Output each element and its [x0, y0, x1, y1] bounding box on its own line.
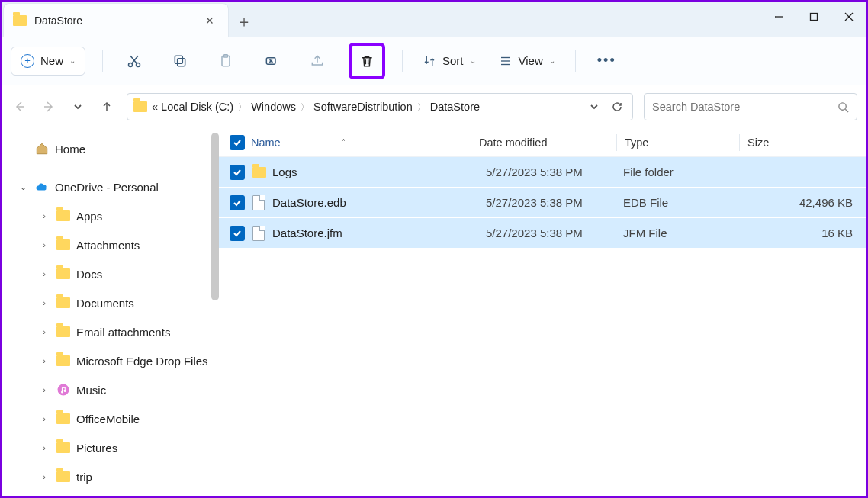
sidebar-label: Apps [76, 210, 102, 223]
more-button[interactable]: ••• [593, 53, 621, 69]
column-size[interactable]: Size [747, 137, 866, 149]
folder-icon [56, 210, 70, 221]
delete-button[interactable] [352, 47, 381, 76]
copy-button[interactable] [166, 47, 194, 76]
recent-button[interactable] [69, 98, 87, 116]
forward-button[interactable] [40, 98, 58, 116]
svg-line-18 [845, 109, 848, 112]
column-name[interactable]: Name˄ [251, 137, 471, 149]
minimize-button[interactable] [761, 2, 796, 32]
sidebar-label: Docs [76, 268, 102, 281]
search-icon [837, 101, 849, 113]
chevron-right-icon[interactable]: › [38, 240, 50, 249]
sidebar-label: trip [76, 471, 92, 484]
select-all-checkbox[interactable] [230, 135, 245, 150]
sidebar-item[interactable]: ›Pictures [2, 433, 219, 462]
file-name: DataStore.jfm [272, 227, 486, 239]
sidebar-item[interactable]: ›Documents [2, 288, 219, 317]
folder-icon [252, 167, 266, 178]
body: Home ⌄ OneDrive - Personal ›Apps›Attachm… [2, 128, 866, 496]
chevron-right-icon[interactable]: › [38, 385, 50, 394]
refresh-button[interactable] [608, 98, 626, 116]
tab-datastore[interactable]: DataStore ✕ [3, 3, 229, 37]
file-row[interactable]: DataStore.edb5/27/2023 5:38 PMEDB File42… [219, 188, 866, 218]
cut-button[interactable] [120, 47, 149, 76]
sidebar-label: Home [55, 143, 85, 156]
sidebar-item-onedrive[interactable]: ⌄ OneDrive - Personal [2, 172, 219, 201]
breadcrumbs: « Local Disk (C:) 〉 Windows 〉 SoftwareDi… [152, 101, 580, 113]
row-checkbox[interactable] [230, 226, 245, 241]
address-dropdown[interactable] [585, 98, 603, 116]
chevron-right-icon[interactable]: › [38, 269, 50, 278]
chevron-right-icon[interactable]: › [38, 443, 50, 452]
scrollbar[interactable] [211, 133, 219, 300]
search-input[interactable] [652, 101, 831, 113]
close-tab-button[interactable]: ✕ [201, 11, 219, 30]
toolbar: + New ⌄ A Sort ⌄ View ⌄ ••• [2, 37, 866, 85]
file-size: 16 KB [738, 227, 866, 239]
file-pane: Name˄ Date modified Type Size Logs5/27/2… [219, 128, 866, 496]
divider [102, 50, 103, 72]
chevron-down-icon: ⌄ [549, 56, 555, 65]
cloud-icon [35, 180, 49, 194]
breadcrumb-item[interactable]: Local Disk (C:) [161, 101, 233, 113]
row-checkbox[interactable] [230, 165, 245, 180]
breadcrumb-item[interactable]: Windows [251, 101, 296, 113]
file-date: 5/27/2023 5:38 PM [486, 227, 623, 239]
chevron-right-icon[interactable]: › [38, 211, 50, 220]
nav-sidebar[interactable]: Home ⌄ OneDrive - Personal ›Apps›Attachm… [2, 128, 219, 496]
chevron-right-icon[interactable]: › [38, 414, 50, 423]
breadcrumb-item[interactable]: DataStore [430, 101, 480, 113]
breadcrumb-item[interactable]: SoftwareDistribution [313, 101, 413, 113]
tab-title: DataStore [34, 14, 193, 27]
sidebar-item[interactable]: ›Attachments [2, 230, 219, 259]
new-label: New [40, 54, 63, 67]
sidebar-item[interactable]: ›OfficeMobile [2, 404, 219, 433]
sidebar-item[interactable]: ›Music [2, 375, 219, 404]
share-button[interactable] [303, 47, 332, 76]
sort-button[interactable]: Sort ⌄ [420, 54, 479, 68]
file-date: 5/27/2023 5:38 PM [486, 196, 623, 209]
delete-highlight [349, 43, 385, 79]
file-row[interactable]: DataStore.jfm5/27/2023 5:38 PMJFM File16… [219, 218, 866, 249]
row-checkbox[interactable] [230, 195, 245, 210]
close-window-button[interactable] [831, 2, 866, 32]
back-button[interactable] [11, 98, 29, 116]
up-button[interactable] [98, 98, 116, 116]
svg-rect-1 [811, 14, 818, 21]
sidebar-item-home[interactable]: Home [2, 134, 219, 163]
sidebar-item[interactable]: ›trip [2, 462, 219, 491]
chevron-right-icon[interactable]: › [38, 472, 50, 481]
file-row[interactable]: Logs5/27/2023 5:38 PMFile folder [219, 157, 866, 188]
file-type: JFM File [623, 227, 738, 239]
sort-indicator-icon: ˄ [342, 138, 346, 146]
view-button[interactable]: View ⌄ [496, 54, 558, 68]
column-headers: Name˄ Date modified Type Size [219, 128, 866, 157]
paste-button[interactable] [211, 47, 240, 76]
column-type[interactable]: Type [625, 137, 739, 149]
chevron-down-icon[interactable]: ⌄ [17, 182, 29, 192]
breadcrumb-overflow[interactable]: « [152, 101, 158, 113]
maximize-button[interactable] [796, 2, 831, 32]
sidebar-item[interactable]: ›Docs [2, 259, 219, 288]
sidebar-item[interactable]: ›Microsoft Edge Drop Files [2, 346, 219, 375]
folder-icon [56, 413, 70, 424]
chevron-right-icon[interactable]: › [38, 356, 50, 365]
sort-icon [423, 54, 436, 68]
new-tab-button[interactable]: ＋ [229, 6, 259, 37]
sidebar-label: OfficeMobile [76, 413, 140, 426]
folder-icon [56, 355, 70, 366]
address-bar[interactable]: « Local Disk (C:) 〉 Windows 〉 SoftwareDi… [127, 93, 633, 120]
sidebar-item[interactable]: ›Apps [2, 201, 219, 230]
column-date[interactable]: Date modified [479, 137, 616, 149]
file-rows: Logs5/27/2023 5:38 PMFile folderDataStor… [219, 157, 866, 249]
file-icon [252, 195, 265, 210]
rename-button[interactable]: A [257, 47, 286, 76]
chevron-right-icon[interactable]: › [38, 327, 50, 336]
search-box[interactable] [644, 93, 857, 120]
chevron-right-icon: 〉 [236, 101, 248, 113]
new-button[interactable]: + New ⌄ [11, 47, 85, 76]
chevron-right-icon[interactable]: › [38, 298, 50, 307]
sidebar-item[interactable]: ›Email attachments [2, 317, 219, 346]
svg-point-21 [64, 390, 66, 392]
